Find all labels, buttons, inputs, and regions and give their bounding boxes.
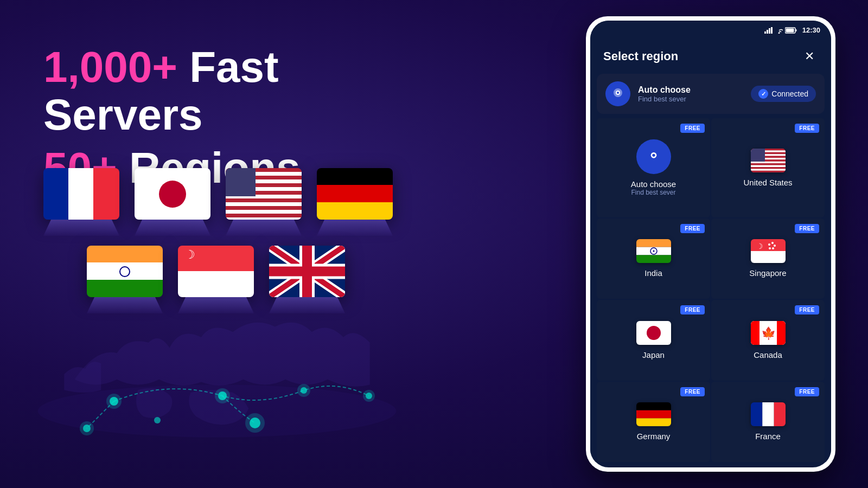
connected-label: Connected: [771, 89, 808, 98]
svg-point-10: [245, 413, 265, 433]
region-name-auto: Auto choose: [631, 179, 676, 189]
status-icons: [764, 27, 797, 34]
region-cell-japan[interactable]: FREE Japan: [597, 300, 710, 381]
headline-1-highlight: 1,000+: [43, 43, 177, 91]
svg-rect-35: [751, 162, 786, 163]
free-badge-canada: FREE: [795, 305, 819, 314]
wifi-icon: [775, 27, 783, 34]
flags-row-2: [87, 246, 393, 313]
france-flag-svg: [751, 402, 786, 426]
headline-1: 1,000+ Fast Servers: [43, 43, 423, 139]
svg-rect-18: [771, 27, 773, 34]
region-grid: FREE Auto choose Find best sever FREE: [597, 118, 825, 462]
flag-germany-item: [317, 168, 393, 236]
free-badge-auto: FREE: [680, 124, 705, 133]
svg-rect-15: [764, 31, 766, 34]
flag-canada-grid: 🍁: [751, 321, 786, 345]
india-flag-svg: [636, 239, 671, 263]
free-badge-usa: FREE: [795, 124, 819, 133]
singapore-flag-svg: ☽: [751, 239, 786, 263]
svg-rect-59: [777, 321, 786, 345]
free-badge-india: FREE: [680, 224, 705, 233]
svg-rect-38: [751, 167, 786, 169]
flag-usa-pedestal: [226, 220, 302, 236]
auto-choose-grid-icon: [636, 139, 671, 174]
svg-point-2: [106, 394, 122, 409]
flag-india-icon: [87, 246, 163, 297]
status-bar: 12:30: [590, 21, 831, 37]
auto-choose-icon: [605, 81, 630, 106]
flag-singapore-grid: ☽: [751, 239, 786, 263]
flag-usa-grid: [751, 149, 786, 172]
auto-choose-connected-row[interactable]: Auto choose Find best sever ✓ Connected: [597, 74, 825, 114]
flag-japan-grid: [636, 321, 671, 345]
svg-point-26: [652, 153, 655, 156]
germany-flag-svg: [636, 402, 671, 426]
flag-uk-pedestal: [269, 297, 345, 313]
free-badge-france: FREE: [795, 387, 819, 396]
auto-location-icon: [645, 148, 662, 165]
region-cell-germany[interactable]: FREE Germany: [597, 382, 710, 463]
svg-rect-37: [751, 165, 786, 166]
svg-rect-48: [751, 251, 786, 263]
region-name-india: India: [644, 268, 662, 278]
flag-germany-pedestal: [317, 220, 393, 236]
flag-germany-grid: [636, 402, 671, 426]
svg-rect-65: [762, 402, 774, 426]
region-cell-auto[interactable]: FREE Auto choose Find best sever: [597, 118, 710, 217]
svg-point-52: [774, 245, 776, 247]
region-name-germany: Germany: [637, 432, 671, 441]
japan-flag-svg: [636, 321, 671, 345]
flag-japan-item: [135, 168, 210, 236]
region-name-usa: United States: [743, 178, 792, 187]
connected-check-icon: ✓: [758, 89, 768, 99]
auto-choose-text-block: Auto choose Find best sever: [638, 85, 751, 103]
svg-rect-36: [751, 163, 786, 165]
auto-choose-sub: Find best sever: [638, 95, 751, 103]
svg-rect-17: [769, 28, 770, 34]
signal-icon: [764, 27, 773, 34]
select-region-dialog: Select region ✕ Auto choose Find best se…: [590, 37, 831, 462]
close-button[interactable]: ✕: [801, 48, 818, 65]
svg-rect-61: [636, 402, 671, 410]
flags-area: [43, 168, 393, 313]
region-cell-france[interactable]: FREE France: [711, 382, 825, 463]
svg-rect-44: [636, 255, 671, 264]
flag-france-pedestal: [43, 220, 119, 236]
connected-badge: ✓ Connected: [751, 86, 816, 102]
svg-point-50: [768, 243, 770, 246]
svg-point-56: [647, 326, 661, 340]
region-cell-singapore[interactable]: FREE ☽ Singapore: [711, 219, 825, 299]
flag-germany-icon: [317, 168, 393, 220]
svg-point-12: [80, 421, 94, 435]
region-cell-usa[interactable]: FREE: [711, 118, 825, 217]
location-icon: [611, 87, 624, 100]
svg-rect-42: [636, 239, 671, 247]
svg-rect-62: [636, 410, 671, 419]
svg-point-24: [617, 92, 619, 94]
region-sub-auto: Find best sever: [631, 189, 675, 196]
flag-france-grid: [751, 402, 786, 426]
svg-point-6: [297, 384, 310, 397]
auto-choose-name: Auto choose: [638, 85, 751, 95]
region-cell-canada[interactable]: FREE 🍁 Canada: [711, 300, 825, 381]
dialog-title: Select region: [603, 49, 678, 63]
flags-row-1: [43, 168, 393, 236]
svg-rect-64: [751, 402, 762, 426]
flag-india-pedestal: [87, 297, 163, 313]
flag-uk-icon: [269, 246, 345, 297]
svg-rect-21: [795, 29, 796, 31]
svg-point-19: [778, 32, 780, 34]
svg-rect-16: [767, 30, 768, 34]
svg-rect-58: [751, 321, 760, 345]
free-badge-germany: FREE: [680, 387, 705, 396]
svg-rect-40: [751, 171, 786, 172]
svg-rect-39: [751, 169, 786, 170]
region-name-canada: Canada: [754, 350, 782, 359]
svg-point-53: [772, 247, 774, 249]
svg-text:🍁: 🍁: [761, 326, 776, 341]
india-chakra-icon: [119, 266, 130, 277]
region-cell-india[interactable]: FREE India: [597, 219, 710, 299]
flag-usa-icon: [226, 168, 302, 220]
flag-india-grid: [636, 239, 671, 263]
